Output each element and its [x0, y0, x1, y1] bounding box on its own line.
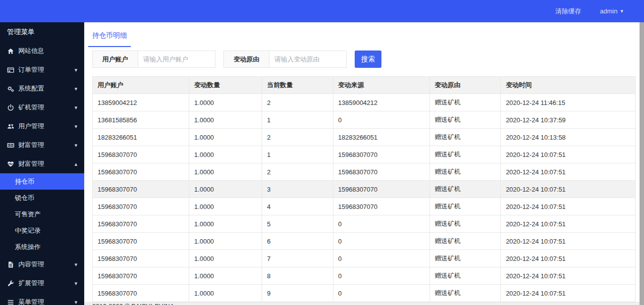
sidebar-item-label: 内容管理: [18, 260, 74, 269]
sidebar-item-extension-management[interactable]: 扩展管理▾: [0, 274, 84, 293]
cell-change-amount: 1.0000: [189, 233, 262, 250]
column-header: 变动数量: [189, 77, 262, 94]
file-icon: [7, 261, 15, 268]
cell-user-account: 15968307070: [93, 198, 189, 215]
cell-change-reason: 赠送矿机: [429, 250, 501, 267]
sidebar-item-label: 矿机管理: [18, 103, 74, 112]
cell-change-amount: 1.0000: [189, 94, 262, 111]
sidebar-item-label: 系统配置: [18, 84, 74, 93]
cell-change-time: 2020-12-24 10:07:51: [501, 181, 636, 198]
search-form: 用户账户变动原由搜索: [92, 51, 636, 68]
table-row: 159683070701.0000315968307070赠送矿机2020-12…: [93, 181, 636, 198]
user-account-input[interactable]: [138, 51, 215, 68]
caret-down-icon: ▾: [74, 299, 77, 305]
chevron-down-icon: ▾: [620, 8, 623, 14]
list-icon: [7, 299, 15, 305]
sidebar: 管理菜单 网站信息订单管理▾系统配置▾矿机管理▾用户管理▾财富管理▾财富管理▴持…: [0, 22, 84, 305]
cell-change-source: 15968307070: [333, 163, 429, 181]
sidebar-item-wealth-management[interactable]: 财富管理▾: [0, 136, 84, 154]
user-menu[interactable]: admin ▾: [600, 7, 623, 15]
cell-current-amount: 3: [262, 181, 333, 198]
tab-position-coin-detail[interactable]: 持仓币明细: [88, 30, 131, 47]
table-row: 159683070701.0000115968307070赠送矿机2020-12…: [93, 146, 636, 163]
column-header: 变动来源: [333, 77, 429, 94]
home-icon: [7, 48, 15, 55]
cell-change-time: 2020-12-24 10:07:51: [501, 215, 636, 233]
sidebar-item-order-management[interactable]: 订单管理▾: [0, 60, 84, 79]
cell-change-source: 0: [333, 233, 429, 250]
sidebar-item-content-management[interactable]: 内容管理▾: [0, 255, 84, 274]
clear-cache-link[interactable]: 清除缓存: [555, 7, 581, 16]
sidebar-subitem-system-operations[interactable]: 系统操作: [0, 239, 84, 255]
cell-change-time: 2020-12-24 11:46:15: [501, 94, 636, 111]
column-header: 变动原由: [429, 77, 501, 94]
footer: 2019-2020 © BAISUI CHINA: [84, 302, 644, 305]
cell-user-account: 15968307070: [93, 163, 189, 181]
cell-change-time: 2020-12-24 10:07:51: [501, 285, 636, 302]
cell-change-amount: 1.0000: [189, 163, 262, 181]
table-row: 138590042121.0000213859004212赠送矿机2020-12…: [93, 94, 636, 111]
table-row: 159683070701.000090赠送矿机2020-12-24 10:07:…: [93, 285, 636, 302]
cell-user-account: 15968307070: [93, 267, 189, 285]
cell-change-amount: 1.0000: [189, 285, 262, 302]
cell-change-reason: 赠送矿机: [429, 215, 501, 233]
sidebar-subitem-position-coin[interactable]: 持仓币: [0, 173, 84, 190]
users-icon: [7, 123, 15, 130]
column-header: 当前数量: [262, 77, 333, 94]
cell-current-amount: 2: [262, 163, 333, 181]
cell-change-source: 13859004212: [333, 94, 429, 111]
caret-down-icon: ▾: [74, 280, 77, 287]
main-content: 持仓币明细 用户账户变动原由搜索 用户账户变动数量当前数量变动来源变动原由变动时…: [84, 22, 644, 305]
scrollbar[interactable]: [640, 22, 644, 305]
sidebar-item-miner-management[interactable]: 矿机管理▾: [0, 98, 84, 117]
change-reason-input[interactable]: [269, 51, 347, 68]
sidebar-subitem-locked-coin[interactable]: 锁仓币: [0, 190, 84, 206]
cell-change-time: 2020-12-24 10:07:51: [501, 233, 636, 250]
cell-change-reason: 赠送矿机: [429, 285, 501, 302]
table-header-row: 用户账户变动数量当前数量变动来源变动原由变动时间: [93, 77, 636, 94]
sidebar-item-label: 网站信息: [18, 47, 77, 55]
cell-user-account: 15968307070: [93, 285, 189, 302]
sidebar-item-user-management[interactable]: 用户管理▾: [0, 117, 84, 136]
cell-change-reason: 赠送矿机: [429, 94, 501, 111]
sidebar-item-label: 扩展管理: [18, 279, 74, 288]
table-row: 182832660511.0000218283266051赠送矿机2020-12…: [93, 129, 636, 146]
field-label: 变动原由: [223, 51, 269, 68]
sidebar-item-label: 菜单管理: [18, 298, 74, 305]
cell-user-account: 18283266051: [93, 129, 189, 146]
sidebar-subitem-sellable-assets[interactable]: 可售资产: [0, 206, 84, 222]
search-button[interactable]: 搜索: [355, 51, 381, 68]
sidebar-subitem-winning-records[interactable]: 中奖记录: [0, 222, 84, 239]
sidebar-item-system-config[interactable]: 系统配置▾: [0, 79, 84, 98]
cell-user-account: 15968307070: [93, 181, 189, 198]
cell-change-reason: 赠送矿机: [429, 233, 501, 250]
table-row: 159683070701.000080赠送矿机2020-12-24 10:07:…: [93, 267, 636, 285]
heartbeat-icon: [7, 160, 15, 168]
scrollbar-thumb[interactable]: [640, 22, 644, 305]
input-group-change-reason-input: 变动原由: [223, 51, 347, 68]
caret-down-icon: ▾: [74, 104, 77, 111]
cell-current-amount: 1: [262, 146, 333, 163]
cell-user-account: 15968307070: [93, 250, 189, 267]
table-row: 136815858561.000010赠送矿机2020-12-24 10:37:…: [93, 111, 636, 129]
sidebar-item-menu-management[interactable]: 菜单管理▾: [0, 293, 84, 305]
table-row: 159683070701.0000415968307070赠送矿机2020-12…: [93, 198, 636, 215]
top-header: 清除缓存 admin ▾: [0, 0, 644, 22]
cell-change-reason: 赠送矿机: [429, 181, 501, 198]
table-row: 159683070701.000060赠送矿机2020-12-24 10:07:…: [93, 233, 636, 250]
cell-change-reason: 赠送矿机: [429, 198, 501, 215]
cell-change-source: 15968307070: [333, 146, 429, 163]
cell-change-reason: 赠送矿机: [429, 111, 501, 129]
cell-current-amount: 7: [262, 250, 333, 267]
cell-user-account: 15968307070: [93, 215, 189, 233]
cell-change-time: 2020-12-24 10:37:59: [501, 111, 636, 129]
cell-change-amount: 1.0000: [189, 111, 262, 129]
sidebar-item-website-info[interactable]: 网站信息: [0, 42, 84, 60]
cell-current-amount: 9: [262, 285, 333, 302]
cell-change-time: 2020-12-24 10:07:51: [501, 198, 636, 215]
username: admin: [600, 7, 617, 15]
cell-current-amount: 1: [262, 111, 333, 129]
cell-change-amount: 1.0000: [189, 129, 262, 146]
sidebar-item-wealth-management-2[interactable]: 财富管理▴: [0, 154, 84, 173]
cell-current-amount: 2: [262, 94, 333, 111]
